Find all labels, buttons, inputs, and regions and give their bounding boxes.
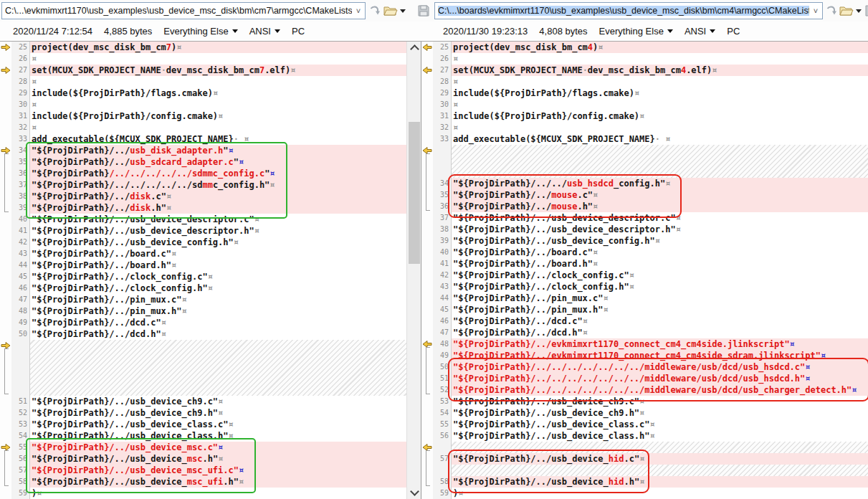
code-text[interactable]: "${ProjDirPath}/../usb_device_msc_ufi.c"… bbox=[30, 465, 406, 476]
code-text[interactable]: ¤ bbox=[452, 99, 868, 110]
diff-location-marker[interactable] bbox=[0, 42, 11, 53]
code-text[interactable]: "${ProjDirPath}/../usb_device_ch9.c"¤ bbox=[452, 396, 868, 407]
code-text[interactable]: set(MCUX_SDK_PROJECT_NAME·dev_msc_disk_b… bbox=[30, 65, 406, 76]
left-file-path[interactable]: C:\...\evkmimxrt1170\usb_examples\usb_de… bbox=[2, 6, 352, 16]
right-filetype-menu[interactable]: Everything Else bbox=[599, 26, 673, 37]
left-curved-arrow-icon[interactable] bbox=[367, 3, 383, 19]
code-text[interactable]: "${ProjDirPath}/../usb_device_class.c"¤ bbox=[452, 419, 868, 430]
code-text[interactable]: )¤ bbox=[30, 488, 406, 499]
diff-location-marker[interactable] bbox=[0, 145, 11, 156]
diff-location-marker[interactable] bbox=[0, 65, 11, 76]
code-text[interactable]: "${ProjDirPath}/../board.h"¤ bbox=[452, 258, 868, 270]
gap-filler[interactable] bbox=[452, 465, 868, 476]
gap-filler[interactable] bbox=[452, 442, 868, 453]
code-text[interactable]: "${ProjDirPath}/../evkmimxrt1170_connect… bbox=[452, 338, 868, 350]
scroll-up-icon[interactable] bbox=[410, 44, 419, 54]
code-text[interactable]: "${ProjDirPath}/../usb_device_hid.c"¤ bbox=[452, 453, 868, 465]
code-text[interactable]: "${ProjDirPath}/../mouse.h"¤ bbox=[452, 201, 868, 212]
code-text[interactable]: "${ProjDirPath}/../pin_mux.h"¤ bbox=[30, 305, 406, 317]
code-text[interactable]: "${ProjDirPath}/../usb_device_hid.h"¤ bbox=[452, 476, 868, 488]
code-text[interactable]: "${ProjDirPath}/../usb_device_descriptor… bbox=[452, 224, 868, 235]
code-text[interactable]: "${ProjDirPath}/../../../../../../../mid… bbox=[452, 384, 868, 396]
code-text[interactable]: "${ProjDirPath}/../dcd.c"¤ bbox=[452, 315, 868, 327]
left-save-icon[interactable] bbox=[416, 3, 431, 19]
right-path-dropdown-icon[interactable]: ˅ bbox=[809, 3, 822, 19]
code-text[interactable]: "${ProjDirPath}/../usb_device_class.h"¤ bbox=[30, 430, 406, 442]
right-encoding-menu[interactable]: ANSI bbox=[685, 26, 715, 37]
code-text[interactable]: "${ProjDirPath}/../usb_device_descriptor… bbox=[30, 225, 406, 237]
right-folder-dropdown-icon[interactable] bbox=[854, 3, 863, 19]
left-encoding-menu[interactable]: ANSI bbox=[249, 26, 280, 37]
code-text[interactable]: "${ProjDirPath}/../dcd.h"¤ bbox=[30, 328, 406, 340]
diff-location-marker[interactable] bbox=[421, 442, 433, 453]
code-text[interactable]: project(dev_msc_disk_bm_cm7)¤ bbox=[30, 42, 406, 53]
code-text[interactable]: "${ProjDirPath}/../../../../../sdmmc_con… bbox=[30, 168, 406, 179]
code-text[interactable]: "${ProjDirPath}/../usb_device_config.h"¤ bbox=[452, 235, 868, 247]
left-pane-scrollbar[interactable] bbox=[406, 42, 421, 499]
code-text[interactable]: "${ProjDirPath}/../usb_device_descriptor… bbox=[452, 212, 868, 224]
code-text[interactable]: include(${ProjDirPath}/flags.cmake)¤ bbox=[30, 87, 406, 99]
diff-location-marker[interactable] bbox=[421, 338, 433, 350]
code-text[interactable]: include(${ProjDirPath}/config.cmake)¤ bbox=[452, 110, 868, 122]
diff-location-marker[interactable] bbox=[0, 340, 11, 396]
right-file-path[interactable]: C:\...\boards\evkmimxrt1170\usb_examples… bbox=[438, 6, 809, 16]
code-text[interactable]: "${ProjDirPath}/../usb_device_msc.c"¤ bbox=[30, 442, 406, 453]
code-text[interactable]: "${ProjDirPath}/../usb_device_msc_ufi.h"… bbox=[30, 476, 406, 488]
left-path-dropdown-icon[interactable]: ˅ bbox=[352, 3, 365, 19]
right-browse-folder-icon[interactable] bbox=[839, 3, 854, 19]
code-text[interactable]: add_executable(${MCUX_SDK_PROJECT_NAME}·… bbox=[30, 133, 406, 145]
code-text[interactable]: "${ProjDirPath}/../usb_device_class.h"¤ bbox=[452, 430, 868, 442]
code-text[interactable]: "${ProjDirPath}/../usb_device_descriptor… bbox=[30, 214, 406, 225]
code-text[interactable]: ¤ bbox=[30, 122, 406, 133]
diff-location-marker[interactable] bbox=[421, 65, 433, 76]
diff-location-marker[interactable] bbox=[0, 442, 11, 453]
left-file-path-combobox[interactable]: C:\...\evkmimxrt1170\usb_examples\usb_de… bbox=[1, 2, 366, 19]
code-text[interactable]: "${ProjDirPath}/../pin_mux.c"¤ bbox=[30, 294, 406, 305]
right-code-pane[interactable]: 25project(dev_msc_disk_bm_cm4)¤26¤27set(… bbox=[421, 42, 868, 499]
code-text[interactable]: "${ProjDirPath}/../usb_disk_adapter.h"¤ bbox=[30, 145, 406, 156]
right-save-icon[interactable] bbox=[863, 3, 868, 19]
code-text[interactable]: ¤ bbox=[30, 53, 406, 65]
code-text[interactable]: ¤ bbox=[30, 99, 406, 110]
code-text[interactable]: include(${ProjDirPath}/flags.cmake)¤ bbox=[452, 87, 868, 99]
code-text[interactable]: "${ProjDirPath}/../board.h"¤ bbox=[30, 260, 406, 271]
code-text[interactable]: "${ProjDirPath}/../usb_device_config.h"¤ bbox=[30, 237, 406, 248]
scroll-down-icon[interactable] bbox=[410, 487, 419, 496]
code-text[interactable]: "${ProjDirPath}/../../../../../../../mid… bbox=[452, 361, 868, 373]
diff-location-marker[interactable] bbox=[421, 145, 433, 178]
code-text[interactable]: "${ProjDirPath}/../dcd.h"¤ bbox=[452, 327, 868, 338]
code-text[interactable]: "${ProjDirPath}/../clock_config.c"¤ bbox=[452, 270, 868, 281]
code-text[interactable]: project(dev_msc_disk_bm_cm4)¤ bbox=[452, 42, 868, 53]
code-text[interactable]: "${ProjDirPath}/../mouse.c"¤ bbox=[452, 189, 868, 201]
code-text[interactable]: ¤ bbox=[452, 76, 868, 87]
code-text[interactable]: "${ProjDirPath}/../../../../../../../mid… bbox=[452, 373, 868, 384]
right-file-path-combobox[interactable]: C:\...\boards\evkmimxrt1170\usb_examples… bbox=[434, 2, 823, 19]
code-text[interactable]: "${ProjDirPath}/../usb_device_ch9.h"¤ bbox=[452, 407, 868, 419]
code-text[interactable]: ¤ bbox=[452, 122, 868, 133]
code-text[interactable]: "${ProjDirPath}/../pin_mux.h"¤ bbox=[452, 304, 868, 315]
code-text[interactable]: include(${ProjDirPath}/config.cmake)¤ bbox=[30, 110, 406, 122]
left-filetype-menu[interactable]: Everything Else bbox=[163, 26, 237, 37]
code-text[interactable]: "${ProjDirPath}/../usb_sdcard_adapter.c"… bbox=[30, 156, 406, 168]
code-text[interactable]: "${ProjDirPath}/../board.c"¤ bbox=[452, 247, 868, 258]
scrollbar-thumb[interactable] bbox=[409, 122, 420, 264]
code-text[interactable]: )¤ bbox=[452, 488, 868, 499]
code-text[interactable]: ¤ bbox=[452, 53, 868, 65]
code-text[interactable]: "${ProjDirPath}/../dcd.c"¤ bbox=[30, 317, 406, 328]
code-text[interactable]: "${ProjDirPath}/../disk.c"¤ bbox=[30, 191, 406, 202]
code-text[interactable]: "${ProjDirPath}/../../../../../sdmmc_con… bbox=[30, 179, 406, 191]
diff-location-marker[interactable] bbox=[421, 42, 433, 53]
left-folder-dropdown-icon[interactable] bbox=[399, 3, 407, 19]
code-text[interactable]: "${ProjDirPath}/../board.c"¤ bbox=[30, 248, 406, 260]
code-text[interactable]: set(MCUX_SDK_PROJECT_NAME·dev_msc_disk_b… bbox=[452, 65, 868, 76]
code-text[interactable]: "${ProjDirPath}/../clock_config.h"¤ bbox=[30, 282, 406, 294]
code-text[interactable]: "${ProjDirPath}/../clock_config.h"¤ bbox=[452, 281, 868, 293]
code-text[interactable]: "${ProjDirPath}/../usb_device_ch9.h"¤ bbox=[30, 407, 406, 419]
code-text[interactable]: "${ProjDirPath}/../usb_device_msc.h"¤ bbox=[30, 453, 406, 465]
left-browse-folder-icon[interactable] bbox=[383, 3, 399, 19]
gap-filler[interactable] bbox=[30, 340, 406, 396]
code-text[interactable]: add_executable(${MCUX_SDK_PROJECT_NAME}·… bbox=[452, 133, 868, 145]
code-text[interactable]: "${ProjDirPath}/../../usb_hsdcd_config.h… bbox=[452, 178, 868, 189]
code-text[interactable]: "${ProjDirPath}/../evkmimxrt1170_connect… bbox=[452, 350, 868, 361]
code-text[interactable]: "${ProjDirPath}/../usb_device_class.c"¤ bbox=[30, 419, 406, 430]
